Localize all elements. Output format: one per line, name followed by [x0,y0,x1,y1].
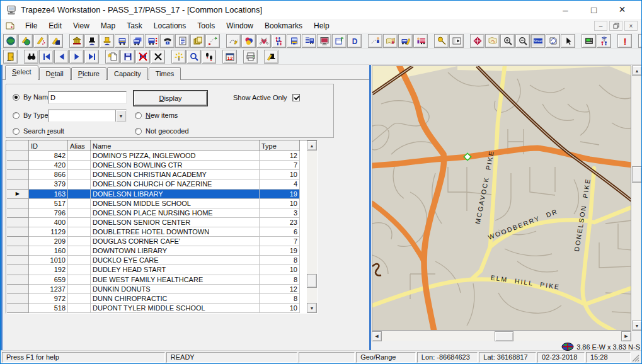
person-black-hat-button[interactable] [84,34,99,48]
world-button[interactable] [3,34,18,48]
table-row[interactable]: 379DONELSON CHURCH OF NAZERINE4 [7,179,300,189]
table-row[interactable]: 160DOWNTOWN LIBRARY19 [7,246,300,256]
zoom-out-button[interactable] [515,34,530,48]
column-header-selector[interactable] [7,141,29,151]
person-map-button[interactable] [383,34,398,48]
exit-door-button[interactable] [3,50,18,64]
phone-directory-button[interactable] [160,34,175,48]
tab-select[interactable]: Select [5,65,38,80]
by-type-radio[interactable] [13,112,20,119]
scroll-down-button[interactable]: ▼ [307,303,317,313]
show-active-only-checkbox[interactable] [292,94,300,101]
map-view[interactable]: MCGAVOCK PIKEWOODBERRY DRDONELSON PIKEEL… [372,65,631,331]
table-row[interactable]: 400DONELSON SENIOR CENTER23 [7,217,300,227]
diamond-compass-button[interactable] [470,34,484,48]
tab-detail[interactable]: Detail [39,67,71,80]
print-button[interactable] [243,50,258,64]
map-vertical-scrollbar[interactable]: ▲ ▼ [632,65,642,331]
bus-front-button[interactable] [287,34,301,48]
close-button[interactable]: × [608,1,636,19]
map-scroll-up-button[interactable]: ▲ [632,65,642,76]
table-row[interactable]: 209DOUGLAS CORNER CAFE'7 [7,237,300,246]
pushpin-button[interactable] [434,34,449,48]
bus-list-button[interactable] [302,34,316,48]
panel-play-button[interactable] [449,34,464,48]
map-scroll-right-button[interactable]: ▶ [621,331,631,341]
pen-route-button[interactable] [226,34,241,48]
combobox-dropdown-arrow[interactable]: ▼ [115,110,126,122]
table-row[interactable]: 1010DUCKLO EYE CARE8 [7,256,300,265]
menu-bookmarks[interactable]: Bookmarks [259,20,308,32]
minimize-button[interactable]: – [551,1,580,19]
person-bus-button[interactable] [413,34,428,48]
grid-scrollbar[interactable]: ▲ ▼ [307,140,317,313]
new-items-radio[interactable] [135,112,142,119]
table-row[interactable]: 1237DUNKIN DONUTS12 [7,284,300,293]
record-first-button[interactable] [39,50,54,64]
save-delete-button[interactable] [135,50,150,64]
search-result-radio[interactable] [13,128,20,135]
menu-view[interactable]: View [67,20,95,32]
by-name-radio[interactable] [13,94,20,101]
street-find-button[interactable]: Street [530,34,545,48]
edit-area-button[interactable] [49,34,63,48]
map-vscroll-thumb[interactable] [632,166,642,183]
display-button[interactable]: Display [134,91,207,106]
bus-button[interactable] [115,34,129,48]
buses-button[interactable] [130,34,144,48]
map-horizontal-scrollbar[interactable]: ◀ ▶ [372,331,631,341]
column-header-alias[interactable]: Alias [68,141,91,151]
tab-times[interactable]: Times [149,67,181,80]
scroll-up-button[interactable]: ▲ [307,140,317,151]
menu-task[interactable]: Task [121,20,148,32]
menu-locations[interactable]: Locations [148,20,192,32]
column-header-id[interactable]: ID [29,141,68,151]
table-row[interactable]: 1129DOUBLETREE HOTEL DOWNTOWN6 [7,227,300,236]
table-row[interactable]: 517DONELSON MIDDLE SCHOOL10 [7,198,300,208]
menu-window[interactable]: Window [221,20,259,32]
calendar-12-button[interactable]: 12 [222,50,237,64]
grid-scroll-thumb[interactable] [307,274,317,288]
record-next-button[interactable] [69,50,84,64]
mdi-minimize-button[interactable]: – [594,21,607,31]
zone-cut-button[interactable] [256,34,271,48]
column-header-name[interactable]: Name [91,141,260,151]
table-row[interactable]: 796DONELSON PLACE NURSING HOME3 [7,208,300,217]
find-binoculars-button[interactable] [24,50,38,64]
bus-edit-button[interactable] [398,34,413,48]
maximize-button[interactable]: □ [580,1,608,19]
column-header-type[interactable]: Type [260,141,300,151]
menu-map[interactable]: Map [95,20,121,32]
type-combobox[interactable]: ▼ [48,110,127,122]
map-scroll-left-button[interactable]: ◀ [372,331,382,341]
list-doc-button[interactable] [175,34,190,48]
footprints-button[interactable] [202,50,216,64]
window-flag-button[interactable] [332,34,347,48]
table-row[interactable]: 866DONELSON CHRISTIAN ACADEMY10 [7,170,300,179]
bus-stop-button[interactable] [145,34,159,48]
table-row[interactable]: 842DOMINO'S PIZZA, INGLEWOOD12 [7,151,300,161]
map-hand-button[interactable] [485,34,500,48]
person-route-button[interactable] [368,34,382,48]
tab-capacity[interactable]: Capacity [107,67,148,80]
mdi-restore-button[interactable] [609,21,622,31]
zone-cluster-button[interactable] [241,34,256,48]
delete-x-button[interactable] [151,50,165,64]
new-item-button[interactable] [105,50,120,64]
card-stack-button[interactable] [190,34,205,48]
person-yellow-hat-button[interactable] [100,34,114,48]
tab-picture[interactable]: Picture [71,67,106,80]
record-last-button[interactable] [84,50,99,64]
name-search-input[interactable] [48,91,127,104]
alert-exclamation-button[interactable]: ! [617,34,632,48]
mdi-close-button[interactable]: × [624,21,638,31]
edit-points-button[interactable] [33,34,48,48]
world-edit-button[interactable] [18,34,33,48]
save-button[interactable] [120,50,135,64]
map-hscroll-thumb[interactable] [495,331,513,341]
bank-button[interactable] [69,34,84,48]
hat-edit-button[interactable] [264,50,278,64]
search-magnifier-button[interactable] [186,50,201,64]
table-row[interactable]: 659DUE WEST FAMILY HEALTHCARE8 [7,275,300,284]
record-prev-button[interactable] [54,50,69,64]
